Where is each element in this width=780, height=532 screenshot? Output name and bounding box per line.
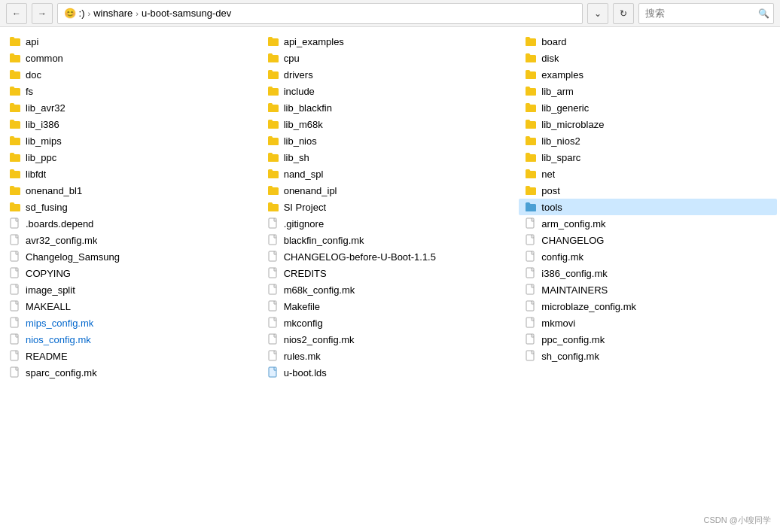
folder-icon [525,168,537,180]
list-item[interactable]: examples [519,66,777,83]
list-item[interactable]: sparc_config.mk [3,364,261,381]
item-label: mkmovi [541,318,575,329]
list-item[interactable]: api_examples [261,33,519,50]
footer-note: CSDN @小嗖同学 [704,515,771,526]
list-item[interactable]: lib_sh [261,149,519,166]
item-label: ppc_config.mk [541,334,605,345]
breadcrumb-sep2: › [136,9,139,18]
list-item[interactable]: mips_config.mk [3,315,261,331]
list-item[interactable]: lib_blackfin [261,99,519,116]
list-item[interactable]: README [3,348,261,364]
folder-icon [9,68,21,81]
file-grid: api api_examples board common cpu disk d… [0,33,780,381]
file-icon [525,284,537,296]
list-item[interactable]: config.mk [519,248,777,265]
item-label: rules.mk [284,351,321,362]
list-item[interactable]: cpu [261,50,519,66]
list-item[interactable]: lib_mips [3,132,261,149]
list-item[interactable]: .gitignore [261,215,519,232]
list-item[interactable]: fs [3,83,261,99]
list-item[interactable]: CHANGELOG [519,232,777,248]
list-item[interactable]: nios_config.mk [3,331,261,348]
list-item[interactable]: lib_nios [261,132,519,149]
file-icon [9,366,21,378]
refresh-button[interactable]: ↻ [613,3,634,24]
list-item[interactable]: i386_config.mk [519,265,777,281]
list-item[interactable]: net [519,166,777,182]
list-item[interactable]: board [519,33,777,50]
back-button[interactable]: ← [6,3,27,24]
list-item[interactable]: microblaze_config.mk [519,298,777,315]
list-item[interactable]: CREDITS [261,265,519,281]
list-item[interactable]: lib_microblaze [519,116,777,132]
item-label: m68k_config.mk [284,284,355,296]
dropdown-button[interactable]: ⌄ [587,3,608,24]
list-item[interactable]: COPYING [3,265,261,281]
list-item[interactable]: lib_arm [519,83,777,99]
item-label: i386_config.mk [541,268,607,279]
list-item[interactable]: arm_config.mk [519,215,777,232]
list-item[interactable]: MAKEALL [3,298,261,315]
file-icon [525,350,537,362]
list-item[interactable]: sh_config.mk [519,348,777,364]
titlebar: ← → 😊 :) › winshare › u-boot-samsung-dev… [0,0,780,27]
item-label: api_examples [284,36,344,47]
folder-icon [267,151,279,163]
list-item[interactable]: lib_ppc [3,149,261,166]
search-input[interactable] [638,3,774,24]
list-item[interactable]: mkconfig [261,315,519,331]
item-label: sh_config.mk [541,351,599,362]
list-item[interactable]: ppc_config.mk [519,331,777,348]
item-label: microblaze_config.mk [541,301,636,312]
list-item[interactable]: libfdt [3,166,261,182]
list-item[interactable]: m68k_config.mk [261,281,519,298]
list-item[interactable]: common [3,50,261,66]
list-item[interactable]: mkmovi [519,315,777,331]
list-item[interactable]: nand_spl [261,166,519,182]
list-item[interactable]: lib_m68k [261,116,519,132]
item-label: nios2_config.mk [284,334,355,345]
list-item[interactable]: doc [3,66,261,83]
file-icon [267,217,279,230]
folder-icon [9,168,21,180]
list-item[interactable]: lib_nios2 [519,132,777,149]
list-item[interactable]: onenand_ipl [261,182,519,199]
item-label: lib_ppc [26,152,56,163]
breadcrumb-winshare[interactable]: winshare [93,8,133,19]
list-item[interactable]: onenand_bl1 [3,182,261,199]
item-label: Changelog_Samsung [26,251,120,263]
list-item[interactable]: sd_fusing [3,199,261,215]
breadcrumb: 😊 :) › winshare › u-boot-samsung-dev [57,3,583,24]
list-item[interactable]: blackfin_config.mk [261,232,519,248]
list-item[interactable]: image_split [3,281,261,298]
list-item[interactable]: api [3,33,261,50]
list-item[interactable]: lib_i386 [3,116,261,132]
folder-icon [267,52,279,64]
list-item[interactable]: Makefile [261,298,519,315]
list-item[interactable]: drivers [261,66,519,83]
search-area: 🔍 [638,3,774,24]
breadcrumb-home[interactable]: 😊 :) [64,8,85,19]
list-item[interactable]: Changelog_Samsung [3,248,261,265]
list-item[interactable]: avr32_config.mk [3,232,261,248]
item-label: lib_nios [284,135,317,147]
list-item[interactable]: tools [519,199,777,215]
list-item[interactable]: MAINTAINERS [519,281,777,298]
list-item[interactable]: include [261,83,519,99]
list-item[interactable]: disk [519,50,777,66]
list-item[interactable]: .boards.depend [3,215,261,232]
list-item[interactable]: u-boot.lds [261,364,519,381]
list-item[interactable]: lib_avr32 [3,99,261,116]
forward-button[interactable]: → [32,3,53,24]
list-item[interactable]: lib_sparc [519,149,777,166]
list-item[interactable]: CHANGELOG-before-U-Boot-1.1.5 [261,248,519,265]
list-item[interactable]: rules.mk [261,348,519,364]
list-item[interactable]: lib_generic [519,99,777,116]
item-label: avr32_config.mk [26,235,97,246]
list-item[interactable]: SI Project [261,199,519,215]
list-item[interactable]: nios2_config.mk [261,331,519,348]
folder-icon [9,85,21,97]
item-label: sparc_config.mk [26,367,97,378]
list-item[interactable]: post [519,182,777,199]
folder-icon [267,184,279,196]
